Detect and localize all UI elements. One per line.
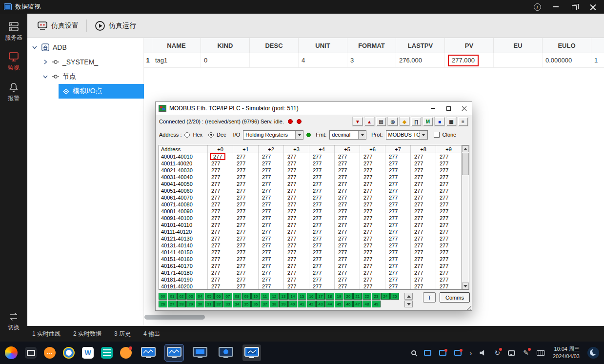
modbus-grid-cell[interactable]: 277 — [385, 215, 411, 222]
station-led[interactable]: 33 — [223, 301, 232, 307]
modbus-grid-cell[interactable]: 277 — [411, 228, 436, 235]
modbus-grid-cell[interactable]: 277 — [360, 283, 385, 290]
modbus-grid-cell[interactable]: 277 — [259, 242, 284, 249]
comms-view-icon-button[interactable]: ◎ — [387, 117, 398, 126]
taskbar-clock[interactable]: 10:04 周三 2024/04/03 — [553, 345, 580, 360]
modbus-grid-cell[interactable]: 277 — [233, 276, 259, 283]
modbus-grid-cell[interactable]: 277 — [385, 181, 411, 187]
scada-config-app-icon[interactable] — [191, 344, 209, 361]
modbus-grid-cell[interactable]: 277 — [284, 249, 309, 256]
modbus-grid-cell[interactable]: 277 — [284, 215, 309, 222]
modbus-grid-cell[interactable]: 277 — [436, 249, 462, 256]
modbus-grid-cell[interactable]: 277 — [335, 194, 360, 201]
modbus-grid-cell[interactable]: 277 — [385, 222, 411, 228]
modbus-grid-cell[interactable]: 277 — [385, 249, 411, 256]
station-led[interactable]: 10 — [251, 293, 260, 300]
modbus-grid-cell[interactable]: 277 — [335, 160, 360, 167]
modbus-grid-cell[interactable]: 277 — [436, 187, 462, 194]
station-led[interactable]: 31 — [205, 301, 214, 307]
modbus-grid-cell[interactable]: 277 — [385, 283, 411, 290]
data-monitor-app-icon[interactable] — [242, 344, 261, 361]
modbus-grid-cell[interactable]: 277 — [208, 181, 233, 187]
modbus-grid-cell[interactable]: 277 — [335, 222, 360, 228]
modbus-grid-cell[interactable]: 277 — [385, 263, 411, 269]
modbus-grid-cell[interactable]: 277 — [208, 160, 233, 167]
modbus-grid-cell[interactable]: 277 — [259, 269, 284, 276]
station-led[interactable]: 18 — [325, 293, 334, 300]
modbus-grid-cell[interactable]: 277 — [360, 187, 385, 194]
modbus-grid-cell[interactable]: 277 — [309, 222, 335, 228]
chevron-down-icon[interactable] — [42, 74, 49, 80]
modbus-grid-cell[interactable]: 277 — [335, 263, 360, 269]
modbus-grid-cell[interactable]: 277 — [208, 263, 233, 269]
modbus-grid-cell[interactable]: 277 — [233, 235, 259, 242]
modbus-grid-cell[interactable]: 277 — [233, 269, 259, 276]
station-led[interactable]: 23 — [372, 293, 381, 300]
modbus-grid-cell[interactable]: 277 — [385, 187, 411, 194]
modbus-grid-cell[interactable]: 277 — [436, 167, 462, 174]
modbus-grid-cell[interactable]: 277 — [385, 160, 411, 167]
modbus-grid-cell[interactable]: 277 — [335, 153, 360, 160]
modbus-grid-cell[interactable]: 277 — [411, 208, 436, 215]
station-led[interactable]: 43 — [316, 301, 325, 307]
modbus-grid-cell[interactable]: 277 — [284, 256, 309, 263]
modbus-grid-cell[interactable]: 277 — [309, 194, 335, 201]
table-cell[interactable]: tag1 — [152, 53, 201, 67]
station-led[interactable]: 14 — [288, 293, 297, 300]
modbus-grid-cell[interactable]: 277 — [309, 242, 335, 249]
modbus-grid-cell[interactable]: 277 — [259, 235, 284, 242]
modbus-grid-cell[interactable]: 277 — [309, 256, 335, 263]
modbus-grid-cell[interactable]: 277 — [259, 167, 284, 174]
table-column-header[interactable]: LASTPV — [396, 38, 445, 53]
signal-trace-icon-button[interactable]: ∏ — [411, 117, 422, 126]
modbus-grid-cell[interactable]: 277 — [335, 283, 360, 290]
modbus-grid-cell[interactable]: 277 — [436, 194, 462, 201]
modbus-grid-cell[interactable]: 277 — [411, 160, 436, 167]
modbus-grid-cell[interactable]: 277 — [385, 269, 411, 276]
modbus-grid-cell[interactable]: 277 — [335, 167, 360, 174]
modbus-grid-cell[interactable]: 277 — [360, 160, 385, 167]
modbus-grid-cell[interactable]: 277 — [208, 153, 233, 160]
modbus-grid-cell[interactable]: 277 — [385, 167, 411, 174]
modbus-grid-cell[interactable]: 277 — [259, 222, 284, 228]
modbus-grid-cell[interactable]: 277 — [208, 242, 233, 249]
modbus-grid-cell[interactable]: 277 — [259, 263, 284, 269]
table-cell[interactable]: 3 — [347, 53, 396, 67]
modbus-grid-cell[interactable]: 277 — [233, 222, 259, 228]
modbus-grid-cell[interactable]: 277 — [208, 256, 233, 263]
modbus-grid-cell[interactable]: 277 — [233, 215, 259, 222]
modbus-grid-cell[interactable]: 277 — [436, 276, 462, 283]
station-scroll-up-button[interactable] — [404, 293, 413, 300]
station-led[interactable]: 28 — [177, 301, 186, 307]
station-led[interactable]: 45 — [335, 301, 343, 307]
table-column-header[interactable]: KIND — [201, 38, 250, 53]
sync-icon[interactable]: ↻ — [494, 349, 500, 356]
modbus-grid-cell[interactable]: 277 — [284, 201, 309, 208]
grid-view-icon-button[interactable]: ▦ — [446, 117, 457, 126]
station-led[interactable]: 36 — [251, 301, 260, 307]
pen-icon[interactable]: ✎ — [523, 349, 529, 356]
modbus-grid-cell[interactable]: 277 — [436, 201, 462, 208]
modbus-grid-cell[interactable]: 277 — [309, 181, 335, 187]
modbus-grid-cell[interactable]: 277 — [411, 249, 436, 256]
modbus-grid-cell[interactable]: 277 — [436, 174, 462, 181]
mail-app-icon[interactable] — [101, 347, 113, 359]
modbus-grid-cell[interactable]: 277 — [360, 167, 385, 174]
modbus-grid-cell[interactable]: 277 — [360, 208, 385, 215]
modbus-grid-cell[interactable]: 277 — [360, 215, 385, 222]
station-led[interactable]: 44 — [325, 301, 334, 307]
modbus-grid-cell[interactable]: 277 — [335, 269, 360, 276]
import-registers-icon-button[interactable]: ▼ — [352, 117, 363, 126]
modbus-grid-cell[interactable]: 277 — [284, 160, 309, 167]
modbus-grid-cell[interactable]: 277 — [360, 235, 385, 242]
table-column-header[interactable]: FORMAT — [347, 38, 396, 53]
station-led[interactable]: 40 — [288, 301, 297, 307]
tray-monitor-alert-icon[interactable] — [439, 350, 446, 356]
modbus-grid-cell[interactable]: 277 — [385, 235, 411, 242]
station-led[interactable]: 15 — [298, 293, 306, 300]
modbus-grid-cell[interactable]: 277 — [309, 167, 335, 174]
modbus-grid-cell[interactable]: 277 — [284, 276, 309, 283]
modbus-grid-cell[interactable]: 277 — [436, 181, 462, 187]
modbus-grid-cell[interactable]: 277 — [385, 153, 411, 160]
station-led[interactable]: 06 — [214, 293, 223, 300]
